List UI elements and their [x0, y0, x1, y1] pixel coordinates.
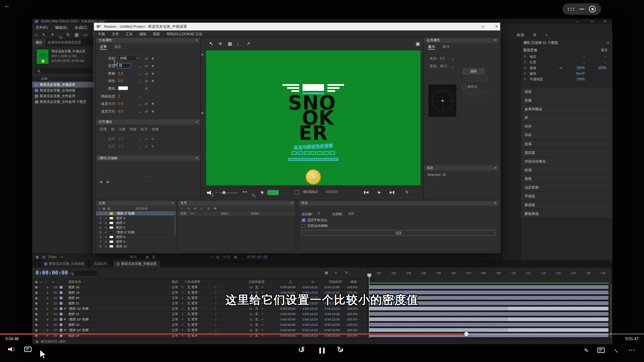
keyframe-icon[interactable]: ◆: [152, 101, 154, 106]
panel-section[interactable]: 音频: [521, 96, 612, 104]
stepper-icon[interactable]: ▾: [452, 57, 453, 62]
menu-item[interactable]: 文件(F): [36, 24, 48, 31]
joint-tab[interactable]: 锁: [111, 125, 115, 132]
grid-icon[interactable]: ▦: [228, 41, 232, 46]
draft-3d-icon[interactable]: ≡: [335, 270, 337, 275]
prop-row-opacity[interactable]: ◷ 不透明度 100%: [521, 76, 612, 82]
prop-row-position[interactable]: ◷ 位置 – –: [521, 59, 612, 65]
distance-joint-icon[interactable]: ↔: [180, 206, 183, 211]
eye-column-icon[interactable]: ◉: [35, 279, 38, 285]
out-time[interactable]: 0:00:14:23: [303, 327, 323, 333]
close-icon[interactable]: ✕: [196, 156, 198, 161]
prev-keyframe-icon[interactable]: ◀: [99, 180, 102, 184]
eye-icon[interactable]: ◉: [35, 327, 38, 333]
gravity-dot[interactable]: [441, 100, 444, 102]
close-icon[interactable]: ✕: [494, 200, 497, 206]
start-frame-value[interactable]: 0: [318, 212, 320, 216]
eye-icon[interactable]: ◉: [35, 311, 38, 316]
stretch-value[interactable]: 100.0%: [347, 317, 364, 322]
parent-select[interactable]: 无: [255, 317, 258, 322]
list-item[interactable]: 6 A 图层 8: [96, 235, 176, 239]
keyframe-icon[interactable]: ◆: [152, 109, 154, 114]
resolution-select[interactable]: 完整 ▾: [152, 254, 154, 260]
stepper-icon[interactable]: ▾: [452, 65, 453, 70]
parent-select[interactable]: 无: [255, 285, 258, 290]
stretch-value[interactable]: 100.0%: [347, 327, 364, 333]
prop-row-anchor[interactable]: ◷ 锚点 – –: [521, 54, 612, 59]
list-item[interactable]: 4 A 图层 5: [96, 225, 176, 230]
panel-section[interactable]: 绘画: [521, 166, 612, 174]
audio-icon[interactable]: ): [207, 190, 214, 195]
tab-normal[interactable]: 正常: [100, 43, 107, 50]
workspace-tab[interactable]: 标准: [517, 31, 524, 39]
layer-duration-bar[interactable]: [369, 317, 608, 321]
table-row[interactable]: ◉ ▸ 25 ★ "图层 23" 轮廓 正常 ▾ 无 遮罩 / ◎ 无 ▾ 0:…: [32, 317, 612, 322]
timeline-tab[interactable]: 斯诺克友谊赛_牛顿设置: [113, 260, 160, 267]
out-time[interactable]: 0:00:14:23: [303, 285, 323, 290]
close-icon[interactable]: ✕: [171, 200, 174, 206]
live-indicator[interactable]: [267, 190, 279, 195]
shape-tool-icon[interactable]: ▭: [84, 31, 88, 39]
link-icon[interactable]: ⇄: [145, 78, 148, 83]
fit-view-icon[interactable]: ▲▲: [242, 190, 248, 193]
panel-section[interactable]: 蒙版插值: [521, 209, 612, 218]
velocity-dir-value[interactable]: 0.0: [118, 109, 123, 114]
pickwhip-icon[interactable]: ◎: [250, 285, 252, 290]
track-matte-select[interactable]: 无 遮罩: [187, 327, 198, 333]
grid-options-icon[interactable]: ▦: [146, 254, 149, 260]
pivot-joint-icon[interactable]: ⊙: [187, 206, 190, 211]
subtitle-icon[interactable]: [597, 348, 605, 353]
gravity-icon[interactable]: ↓: [237, 41, 239, 46]
table-row[interactable]: ◉ ▸ 24 ★ 图层 22 正常 ▾ 无 遮罩 / ◎ 无 ▾ 0:00:00…: [32, 311, 612, 317]
project-item[interactable]: 斯诺克友谊赛_文件处理: [32, 93, 94, 99]
in-time[interactable]: 0:00:00:00: [280, 311, 301, 316]
menu-item[interactable]: 编辑: [139, 31, 146, 37]
body-color-swatch[interactable]: [109, 226, 113, 229]
track-matte-select[interactable]: 无 遮罩: [187, 317, 198, 322]
audio-column-icon[interactable]: ◐: [40, 279, 42, 285]
in-time[interactable]: 0:00:00:00: [280, 317, 301, 322]
layer-color-chip[interactable]: [60, 313, 62, 315]
in-time[interactable]: 0:00:00:00: [280, 327, 301, 333]
composition-mini-flowchart-icon[interactable]: ▦: [325, 270, 328, 275]
layer-duration-bar[interactable]: [369, 328, 608, 332]
blend-mode-select[interactable]: 正常: [172, 317, 178, 322]
pickwhip-icon[interactable]: ◎: [250, 327, 252, 333]
body-color-swatch[interactable]: [109, 231, 113, 234]
bpc-label[interactable]: 8 bpc: [49, 255, 57, 259]
link-icon[interactable]: ⇄: [145, 71, 148, 76]
layer-name[interactable]: 图层 23: [68, 322, 166, 327]
checkbox-checked-icon[interactable]: [302, 219, 305, 222]
tilt-checkbox[interactable]: 适用于斜切合: [302, 218, 327, 223]
duration[interactable]: 0:00:15:00: [325, 311, 345, 316]
menu-item[interactable]: 帮助(H)-LOOKAE 汉化: [167, 31, 202, 37]
close-icon[interactable]: ✕: [494, 165, 497, 171]
gravity-dir-value[interactable]: 90.0: [440, 63, 447, 69]
body-color-swatch[interactable]: [109, 240, 113, 243]
ae-close-icon[interactable]: ✕: [603, 19, 606, 24]
list-item[interactable]: 1 A "图层 2" 轮廓: [96, 211, 176, 216]
layer-color-chip[interactable]: [60, 318, 62, 321]
volume-minus-icon[interactable]: −: [216, 190, 218, 194]
layer-name[interactable]: "图层 23" 轮廓: [68, 317, 166, 322]
progress-handle[interactable]: [464, 332, 469, 336]
wheel-joint-icon[interactable]: ◎: [207, 206, 210, 211]
close-icon[interactable]: ✕: [196, 38, 198, 43]
tab-project[interactable]: 项目: [32, 39, 46, 46]
menu-item[interactable]: 文件: [112, 31, 119, 37]
visibility-icon[interactable]: ◉: [261, 190, 264, 194]
filter-icon[interactable]: ◇: [98, 206, 100, 211]
body-color-swatch[interactable]: [109, 222, 113, 224]
list-item[interactable]: 2 A 图层 3: [96, 216, 176, 221]
body-color-swatch[interactable]: [109, 212, 113, 215]
layer-name[interactable]: "图层 24" 轮廓: [68, 327, 166, 333]
layer-color-chip[interactable]: [60, 323, 62, 326]
ae-minimize-icon[interactable]: –: [576, 19, 578, 24]
body-color-swatch[interactable]: [109, 236, 113, 238]
zoom-level[interactable]: 50% ▾: [130, 254, 132, 260]
parent-select[interactable]: 无: [255, 327, 258, 333]
export-icon[interactable]: ↗: [246, 41, 250, 46]
prop-row-rotation[interactable]: ◷ 旋转 0x+0°: [521, 71, 612, 76]
tab-fixed[interactable]: 固定: [114, 43, 121, 50]
camera-tool-icon[interactable]: ▦: [75, 31, 79, 39]
